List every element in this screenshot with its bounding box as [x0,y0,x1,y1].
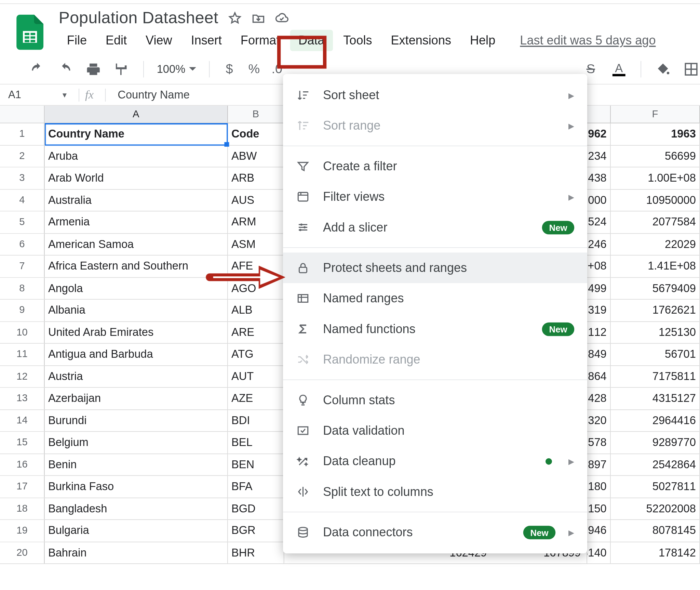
cell[interactable]: BHR [228,542,284,564]
menu-item-add-a-slicer[interactable]: Add a slicerNew [283,212,587,242]
cell[interactable]: Aruba [45,145,228,167]
format-percent-button[interactable]: % [247,62,261,77]
cell[interactable]: 962 [587,123,611,145]
menu-insert[interactable]: Insert [183,30,230,51]
format-currency-button[interactable]: $ [222,62,236,77]
cell[interactable]: United Arab Emirates [45,322,228,343]
redo-button[interactable] [56,61,74,78]
cell[interactable]: Code [228,123,284,145]
sheets-logo[interactable] [16,15,43,50]
star-icon[interactable] [228,11,242,25]
cell[interactable]: ARE [228,322,284,343]
cell[interactable]: 173140 [587,542,611,564]
cell[interactable]: ABW [228,145,284,167]
cloud-saved-icon[interactable] [275,11,289,25]
row-header[interactable]: 14 [0,410,45,431]
cell[interactable]: Bahrain [45,542,228,564]
name-box[interactable]: A1▼ [0,89,73,101]
cell[interactable]: Belgium [45,432,228,453]
cell[interactable]: BFA [228,476,284,497]
cell[interactable]: AUS [228,189,284,211]
cell[interactable]: 178142 [611,542,700,564]
cell[interactable]: 1.00E+08 [611,167,700,189]
cell[interactable]: BDI [228,410,284,431]
formula-input[interactable]: Country Name [118,88,189,101]
cell[interactable]: 56699 [611,145,700,167]
row-header[interactable]: 1 [0,123,45,145]
cell[interactable]: 578 [587,432,611,453]
cell[interactable]: Burundi [45,410,228,431]
cell[interactable]: 499 [587,277,611,299]
print-button[interactable] [84,61,102,78]
row-header[interactable]: 20 [0,542,45,564]
cell[interactable]: AFE [228,255,284,277]
menu-item-named-functions[interactable]: Named functionsNew [283,314,587,344]
cell[interactable]: 4315127 [611,388,700,409]
row-header[interactable]: 9 [0,300,45,321]
paint-format-button[interactable] [113,61,131,78]
col-header-A[interactable]: A [45,106,228,123]
row-header[interactable]: 16 [0,454,45,475]
menu-item-filter-views[interactable]: Filter views▶ [283,182,587,212]
menu-file[interactable]: File [59,30,95,51]
cell[interactable]: 1.41E+08 [611,255,700,277]
cell[interactable]: BGD [228,498,284,520]
cell[interactable]: 9289770 [611,432,700,453]
cell[interactable]: 428 [587,388,611,409]
cell[interactable]: 5679409 [611,277,700,299]
cell[interactable]: 438 [587,167,611,189]
cell[interactable]: 112 [587,322,611,343]
borders-button[interactable] [682,61,700,78]
row-header[interactable]: 3 [0,167,45,189]
cell[interactable]: 1762621 [611,300,700,321]
cell[interactable]: 1963 [611,123,700,145]
cell[interactable]: Angola [45,277,228,299]
cell[interactable]: Africa Eastern and Southern [45,255,228,277]
row-header[interactable]: 2 [0,145,45,167]
row-header[interactable]: 7 [0,255,45,277]
menu-item-split-text-to-columns[interactable]: Split text to columns [283,476,587,507]
cell[interactable]: Azerbaijan [45,388,228,409]
cell[interactable]: 897 [587,454,611,475]
cell[interactable]: AZE [228,388,284,409]
menu-extensions[interactable]: Extensions [382,30,459,51]
cell[interactable]: Bulgaria [45,520,228,541]
cell[interactable]: Country Name [45,123,228,145]
cell[interactable]: Austria [45,366,228,387]
cell[interactable]: 849 [587,344,611,365]
cell[interactable]: 180 [587,476,611,497]
doc-title[interactable]: Population Datasheet [59,9,218,27]
move-to-drive-icon[interactable] [251,11,265,25]
menu-data[interactable]: Data [290,30,333,51]
menu-format[interactable]: Format [232,30,288,51]
cell[interactable]: ASM [228,234,284,255]
cell[interactable]: 10950000 [611,189,700,211]
cell[interactable]: ARM [228,211,284,233]
cell[interactable]: ARB [228,167,284,189]
menu-item-data-cleanup[interactable]: Data cleanup▶ [283,446,587,476]
row-header[interactable]: 12 [0,366,45,387]
fill-color-button[interactable] [654,61,672,78]
cell[interactable]: Burkina Faso [45,476,228,497]
menu-tools[interactable]: Tools [335,30,380,51]
cell[interactable]: 524 [587,211,611,233]
select-all-corner[interactable] [0,106,45,123]
row-header[interactable]: 6 [0,234,45,255]
menu-item-protect-sheets-and-ranges[interactable]: Protect sheets and ranges [283,252,587,283]
cell[interactable]: BEL [228,432,284,453]
cell[interactable]: 234 [587,145,611,167]
cell[interactable]: ALB [228,300,284,321]
cell[interactable]: 246 [587,234,611,255]
cell[interactable]: 2542864 [611,454,700,475]
zoom-select[interactable]: 100% [157,63,196,76]
cell[interactable]: 2077584 [611,211,700,233]
cell[interactable]: BGR [228,520,284,541]
row-header[interactable]: 11 [0,344,45,365]
cell[interactable]: Albania [45,300,228,321]
row-header[interactable]: 17 [0,476,45,497]
cell[interactable]: 7175811 [611,366,700,387]
menu-item-named-ranges[interactable]: Named ranges [283,283,587,314]
cell[interactable]: Arab World [45,167,228,189]
cell[interactable]: AGO [228,277,284,299]
cell[interactable]: 5027811 [611,476,700,497]
